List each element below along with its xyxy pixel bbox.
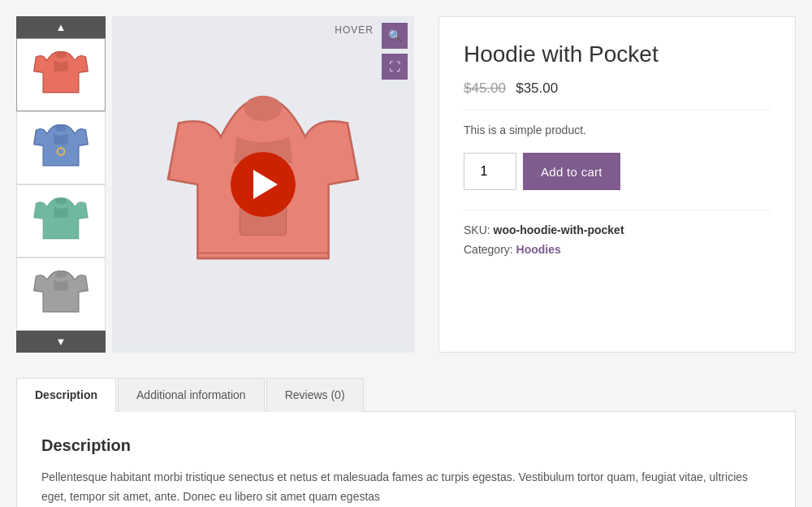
tab-reviews[interactable]: Reviews (0) [266, 378, 364, 412]
svg-point-5 [244, 96, 283, 121]
hover-label: HOVER [335, 24, 374, 36]
category-row: Category: Hoodies [464, 243, 771, 256]
thumb-nav-up[interactable]: ▲ [16, 16, 106, 38]
thumbnail-1[interactable] [16, 38, 106, 111]
category-label: Category: [464, 243, 513, 256]
tabs-nav: Description Additional information Revie… [16, 377, 796, 412]
hoodie-teal-svg [32, 193, 89, 249]
thumbnail-3[interactable] [16, 184, 106, 258]
tab-additional-information[interactable]: Additional information [118, 378, 265, 412]
thumbnail-4[interactable] [16, 258, 106, 331]
expand-button[interactable]: ⛶ [382, 54, 408, 80]
tab-content-title: Description [41, 436, 771, 455]
chevron-down-icon: ▼ [56, 336, 67, 348]
divider-1 [464, 110, 771, 110]
product-description: This is a simple product. [464, 124, 771, 136]
svg-point-1 [55, 124, 67, 132]
svg-point-4 [55, 271, 67, 278]
thumbnail-2[interactable] [16, 111, 106, 184]
zoom-button[interactable]: 🔍 [382, 23, 408, 49]
divider-2 [464, 210, 771, 210]
product-title: Hoodie with Pocket [464, 41, 771, 67]
gallery-wrapper: ▲ [16, 16, 414, 353]
svg-point-0 [55, 51, 67, 58]
quantity-input[interactable] [464, 153, 516, 190]
product-info: Hoodie with Pocket $45.00 $35.00 This is… [438, 16, 796, 353]
play-icon [253, 170, 278, 199]
hoodie-blue-svg [32, 119, 89, 176]
hoodie-red-svg [32, 46, 89, 103]
tab-content-text: Pellentesque habitant morbi tristique se… [41, 468, 771, 507]
price-wrapper: $45.00 $35.00 [464, 80, 771, 97]
category-link[interactable]: Hoodies [516, 243, 561, 256]
svg-point-3 [55, 197, 67, 205]
product-section: ▲ [16, 16, 796, 353]
thumbnails: ▲ [16, 16, 106, 353]
tab-content-panel: Description Pellentesque habitant morbi … [16, 412, 796, 507]
hoodie-gray-svg [32, 266, 89, 323]
main-image-area: HOVER 🔍 ⛶ [112, 16, 414, 353]
sku-label: SKU: [464, 223, 490, 236]
play-button[interactable] [231, 152, 296, 217]
sku-row: SKU: woo-hoodie-with-pocket [464, 223, 771, 236]
add-to-cart-button[interactable]: Add to cart [523, 153, 620, 190]
thumb-nav-down[interactable]: ▼ [16, 331, 106, 353]
old-price: $45.00 [464, 80, 506, 96]
chevron-up-icon: ▲ [56, 21, 67, 33]
new-price: $35.00 [516, 80, 558, 96]
add-to-cart-row: Add to cart [464, 153, 771, 190]
tab-description[interactable]: Description [16, 378, 116, 412]
zoom-icon: 🔍 [388, 29, 402, 42]
tabs-section: Description Additional information Revie… [16, 377, 796, 507]
sku-value: woo-hoodie-with-pocket [494, 223, 624, 236]
expand-icon: ⛶ [389, 60, 400, 73]
